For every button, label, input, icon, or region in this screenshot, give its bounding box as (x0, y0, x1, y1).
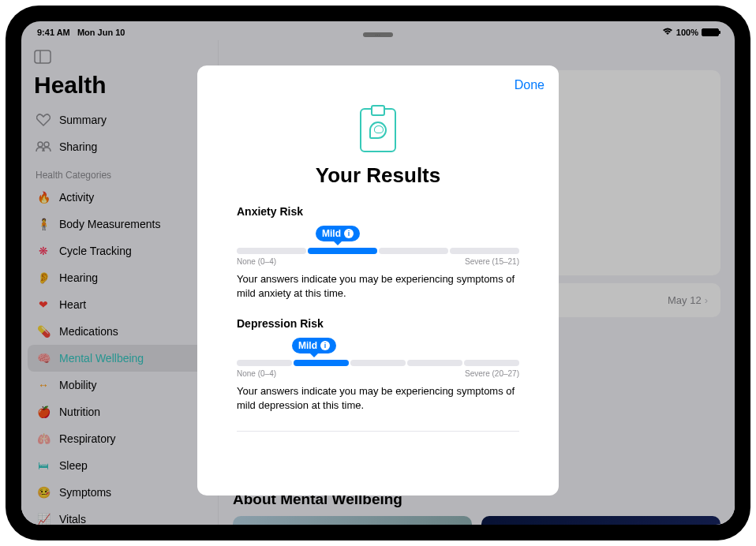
divider (237, 431, 519, 432)
depression-badge[interactable]: Mild i (292, 338, 336, 353)
scale-segment (450, 248, 519, 254)
modal-title: Your Results (211, 163, 545, 188)
scale-segment (379, 248, 448, 254)
results-modal: Done Your Results Anxiety Risk Mild i (197, 65, 559, 496)
scale-segment (407, 360, 462, 366)
scale-segment (308, 248, 377, 254)
anxiety-scale-labels: None (0–4) Severe (15–21) (237, 257, 519, 266)
scale-min: None (0–4) (237, 369, 276, 378)
scale-segment (464, 360, 519, 366)
scale-segment (237, 360, 292, 366)
screen: ••• 9:41 AM Mon Jun 10 100% Health (21, 21, 735, 525)
done-button[interactable]: Done (515, 78, 545, 92)
scale-max: Severe (20–27) (465, 369, 519, 378)
anxiety-desc: Your answers indicate you may be experie… (237, 272, 519, 300)
scale-min: None (0–4) (237, 257, 276, 266)
depression-desc: Your answers indicate you may be experie… (237, 384, 519, 412)
modal-header: Done (211, 78, 545, 92)
anxiety-scale (237, 248, 519, 254)
depression-badge-text: Mild (298, 340, 317, 351)
anxiety-badge-text: Mild (322, 228, 341, 239)
scale-segment (350, 360, 406, 366)
brain-head-icon (369, 122, 387, 139)
anxiety-label: Anxiety Risk (237, 205, 519, 218)
depression-scale-labels: None (0–4) Severe (20–27) (237, 369, 519, 378)
scale-max: Severe (15–21) (465, 257, 519, 266)
depression-label: Depression Risk (237, 317, 519, 330)
depression-scale (237, 360, 519, 366)
scale-segment (294, 360, 349, 366)
ipad-frame: ••• 9:41 AM Mon Jun 10 100% Health (6, 6, 750, 540)
modal-icon-wrap (211, 108, 545, 152)
anxiety-badge[interactable]: Mild i (316, 226, 360, 241)
info-icon: i (344, 229, 354, 238)
anxiety-risk-block: Anxiety Risk Mild i None (0–4) Severe (1… (211, 205, 545, 300)
info-icon: i (320, 341, 330, 350)
clipboard-icon (360, 108, 396, 152)
depression-risk-block: Depression Risk Mild i None (0–4) Severe… (211, 317, 545, 412)
scale-segment (237, 248, 306, 254)
